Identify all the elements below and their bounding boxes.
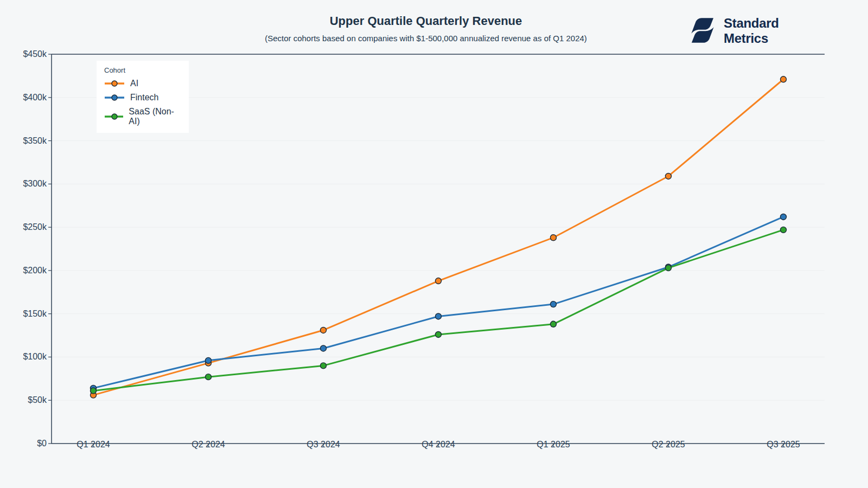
x-tick-label: Q2 2025 bbox=[630, 439, 706, 450]
data-point-saas-non-ai-4 bbox=[551, 321, 557, 327]
x-tick-label: Q3 2025 bbox=[745, 439, 821, 450]
legend-title: Cohort bbox=[104, 66, 181, 74]
y-tick-label: $100k bbox=[3, 352, 47, 362]
y-tick-label: $450k bbox=[3, 49, 47, 59]
legend-line-sample-ai bbox=[104, 80, 125, 87]
data-point-ai-6 bbox=[781, 76, 787, 82]
data-point-fintech-6 bbox=[781, 214, 787, 220]
x-tick-label: Q1 2024 bbox=[55, 439, 131, 450]
legend-label: AI bbox=[130, 79, 138, 88]
data-point-saas-non-ai-6 bbox=[781, 227, 787, 233]
data-point-saas-non-ai-5 bbox=[666, 265, 672, 271]
x-tick-label: Q4 2024 bbox=[400, 439, 476, 450]
data-point-saas-non-ai-2 bbox=[321, 363, 327, 369]
data-point-ai-4 bbox=[551, 235, 557, 241]
legend-label: SaaS (Non-AI) bbox=[129, 107, 181, 126]
legend-line-sample-fintech bbox=[104, 94, 125, 101]
y-tick-label: $250k bbox=[3, 222, 47, 232]
data-point-saas-non-ai-3 bbox=[436, 331, 442, 337]
series-line-fintech bbox=[93, 217, 783, 388]
data-point-ai-3 bbox=[436, 278, 442, 284]
y-tick-label: $50k bbox=[3, 395, 47, 405]
legend-item-saas: SaaS (Non-AI) bbox=[104, 107, 181, 126]
y-tick-label: $0 bbox=[3, 439, 47, 448]
legend-line-sample-saas bbox=[104, 113, 123, 120]
data-point-saas-non-ai-1 bbox=[206, 374, 212, 380]
legend-item-ai: AI bbox=[104, 79, 181, 88]
legend-label: Fintech bbox=[130, 93, 158, 102]
data-point-saas-non-ai-0 bbox=[91, 388, 97, 394]
x-tick-label: Q3 2024 bbox=[285, 439, 361, 450]
data-point-fintech-4 bbox=[551, 301, 557, 307]
y-tick-label: $400k bbox=[3, 93, 47, 102]
legend-item-fintech: Fintech bbox=[104, 93, 181, 102]
y-tick-label: $300k bbox=[3, 179, 47, 189]
series-line-ai bbox=[93, 79, 783, 395]
x-tick-label: Q1 2025 bbox=[515, 439, 591, 450]
data-point-ai-2 bbox=[321, 327, 327, 333]
data-point-ai-5 bbox=[666, 173, 672, 179]
chart-legend: Cohort AI Fintech SaaS (Non-AI) bbox=[97, 61, 189, 133]
y-tick-label: $350k bbox=[3, 136, 47, 146]
y-tick-label: $200k bbox=[3, 266, 47, 275]
data-point-fintech-1 bbox=[206, 357, 212, 363]
y-tick-label: $150k bbox=[3, 309, 47, 319]
data-point-fintech-3 bbox=[436, 313, 442, 319]
data-point-fintech-2 bbox=[321, 345, 327, 351]
x-tick-label: Q2 2024 bbox=[170, 439, 246, 450]
